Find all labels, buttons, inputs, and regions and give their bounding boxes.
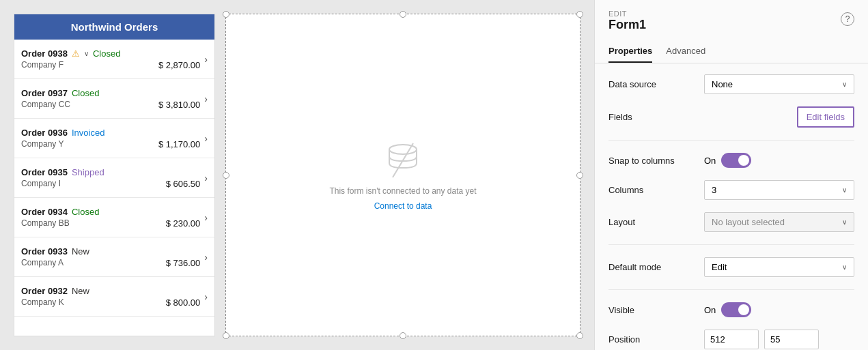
chevron-right-icon: ›	[204, 252, 208, 263]
list-item-bottom: Company K $ 800.00	[21, 297, 200, 308]
handle-top-center[interactable]	[400, 11, 406, 18]
company-name: Company BB	[21, 218, 70, 228]
panel-body: Data source None ∨ Fields Edit fields Sn…	[595, 63, 868, 350]
list-item-bottom: Company CC $ 3,810.00	[21, 100, 200, 110]
list-item[interactable]: Order 0935 Shipped Company I $ 606.50 ›	[14, 158, 214, 198]
snap-to-columns-toggle[interactable]	[721, 153, 751, 168]
list-item-bottom: Company F $ 2,870.00	[21, 60, 200, 70]
list-item-content: Order 0933 New Company A $ 736.00	[21, 246, 200, 268]
layout-value: No layout selected	[712, 217, 785, 227]
tab-advanced[interactable]: Advanced	[666, 40, 705, 63]
layout-select[interactable]: No layout selected ∨	[704, 212, 854, 232]
handle-middle-left[interactable]	[223, 172, 229, 179]
canvas-area: Northwind Orders Order 0938 ⚠ ∨ Closed C…	[0, 0, 594, 350]
default-mode-value: Edit	[712, 262, 727, 272]
order-amount: $ 606.50	[166, 179, 201, 189]
columns-row: Columns 3 ∨	[608, 180, 854, 200]
layout-control: No layout selected ∨	[704, 212, 854, 232]
edit-fields-button[interactable]: Edit fields	[797, 106, 854, 128]
order-number: Order 0937	[21, 88, 68, 98]
list-title: Northwind Orders	[71, 21, 158, 33]
columns-select[interactable]: 3 ∨	[704, 180, 854, 200]
list-item-content: Order 0938 ⚠ ∨ Closed Company F $ 2,870.…	[21, 48, 200, 70]
list-item-content: Order 0937 Closed Company CC $ 3,810.00	[21, 88, 200, 110]
list-items: Order 0938 ⚠ ∨ Closed Company F $ 2,870.…	[14, 40, 214, 336]
columns-control: 3 ∨	[704, 180, 854, 200]
list-header: Northwind Orders	[14, 14, 214, 40]
data-source-control: None ∨	[704, 74, 854, 94]
form-connect-link[interactable]: Connect to data	[374, 201, 432, 211]
form-widget[interactable]: This form isn't connected to any data ye…	[225, 14, 580, 336]
default-mode-control: Edit ∨	[704, 257, 854, 277]
order-number: Order 0938	[21, 48, 68, 59]
data-source-select[interactable]: None ∨	[704, 74, 854, 94]
position-y-input[interactable]	[764, 330, 819, 349]
list-item[interactable]: Order 0933 New Company A $ 736.00 ›	[14, 237, 214, 277]
snap-to-columns-on-label: On	[704, 156, 716, 166]
list-item[interactable]: Order 0937 Closed Company CC $ 3,810.00 …	[14, 79, 214, 119]
svg-point-0	[389, 145, 417, 154]
handle-bottom-right[interactable]	[576, 332, 583, 339]
divider	[608, 244, 854, 245]
position-x-input[interactable]	[704, 330, 759, 349]
chevron-down-icon: ∨	[842, 81, 847, 88]
order-status: Closed	[93, 48, 120, 59]
divider	[608, 289, 854, 290]
default-mode-select[interactable]: Edit ∨	[704, 257, 854, 277]
order-amount: $ 800.00	[166, 297, 201, 308]
company-name: Company Y	[21, 139, 64, 149]
handle-bottom-center[interactable]	[400, 332, 406, 339]
chevron-right-icon: ›	[204, 291, 208, 302]
handle-top-left[interactable]	[223, 11, 229, 18]
list-item[interactable]: Order 0932 New Company K $ 800.00 ›	[14, 277, 214, 317]
order-number: Order 0936	[21, 128, 68, 138]
data-source-label: Data source	[608, 79, 704, 89]
order-number: Order 0935	[21, 167, 68, 177]
list-item[interactable]: Order 0934 Closed Company BB $ 230.00 ›	[14, 198, 214, 237]
data-source-row: Data source None ∨	[608, 74, 854, 94]
fields-control: Edit fields	[704, 106, 854, 128]
order-number: Order 0932	[21, 286, 68, 296]
handle-top-right[interactable]	[576, 11, 583, 18]
database-icon	[382, 140, 423, 181]
help-icon: ?	[845, 14, 850, 24]
tab-properties[interactable]: Properties	[608, 40, 652, 63]
list-item-bottom: Company A $ 736.00	[21, 258, 200, 268]
properties-panel: EDIT Form1 ? Properties Advanced Data so…	[594, 0, 868, 350]
list-item-bottom: Company Y $ 1,170.00	[21, 139, 200, 149]
order-status: New	[72, 286, 89, 296]
order-status: Closed	[72, 88, 99, 98]
company-name: Company F	[21, 60, 64, 70]
handle-bottom-left[interactable]	[223, 332, 229, 339]
company-name: Company A	[21, 258, 64, 267]
chevron-right-icon: ›	[204, 212, 208, 223]
chevron-right-icon: ›	[204, 54, 208, 65]
list-item[interactable]: Order 0938 ⚠ ∨ Closed Company F $ 2,870.…	[14, 40, 214, 79]
list-item-top: Order 0936 Invoiced	[21, 128, 200, 138]
panel-tabs: Properties Advanced	[595, 40, 868, 63]
position-label: Position	[608, 334, 704, 345]
order-status: Shipped	[72, 167, 104, 177]
list-item[interactable]: Order 0936 Invoiced Company Y $ 1,170.00…	[14, 119, 214, 158]
position-control	[704, 330, 854, 349]
panel-header: EDIT Form1 ?	[595, 0, 868, 40]
handle-middle-right[interactable]	[576, 172, 583, 179]
data-source-value: None	[712, 79, 733, 89]
chevron-right-icon: ›	[204, 93, 208, 104]
fields-row: Fields Edit fields	[608, 106, 854, 128]
default-mode-row: Default mode Edit ∨	[608, 257, 854, 277]
snap-to-columns-row: Snap to columns On	[608, 153, 854, 168]
visible-toggle[interactable]	[721, 302, 751, 317]
fields-label: Fields	[608, 112, 704, 122]
order-status: New	[72, 246, 89, 257]
company-name: Company K	[21, 297, 64, 307]
list-item-top: Order 0935 Shipped	[21, 167, 200, 177]
list-item-bottom: Company BB $ 230.00	[21, 218, 200, 229]
position-row: Position	[608, 330, 854, 349]
list-item-content: Order 0932 New Company K $ 800.00	[21, 286, 200, 308]
list-item-content: Order 0935 Shipped Company I $ 606.50	[21, 167, 200, 189]
chevron-down-icon: ∨	[842, 186, 847, 194]
help-button[interactable]: ?	[841, 12, 854, 26]
layout-row: Layout No layout selected ∨	[608, 212, 854, 232]
chevron-down-icon: ∨	[842, 263, 847, 271]
